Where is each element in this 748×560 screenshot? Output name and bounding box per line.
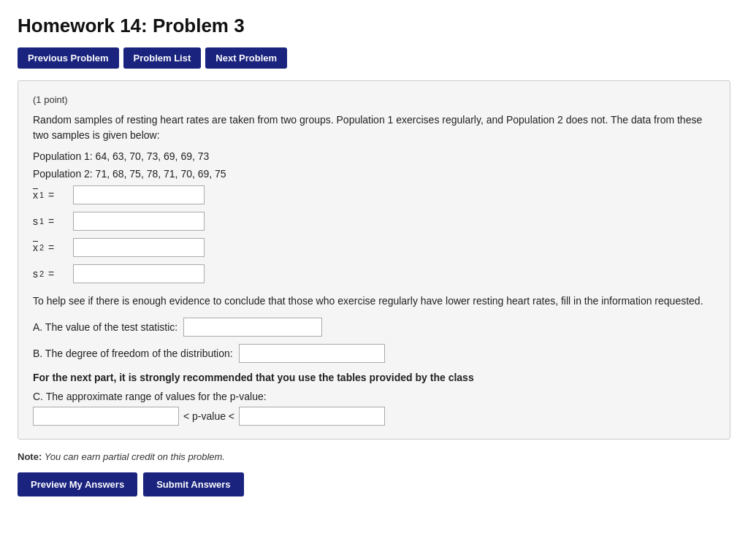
problem-description: Random samples of resting heart rates ar… — [33, 112, 715, 143]
question-a-label: A. The value of the test statistic: — [33, 321, 178, 333]
previous-problem-button[interactable]: Previous Problem — [18, 47, 119, 69]
question-c-label: C. The approximate range of values for t… — [33, 391, 715, 402]
page-title: Homework 14: Problem 3 — [18, 15, 730, 37]
point-label: (1 point) — [33, 94, 715, 105]
population1-data: Population 1: 64, 63, 70, 73, 69, 69, 73 — [33, 150, 715, 162]
x1-input[interactable] — [73, 185, 205, 204]
s2-row: s2 = — [33, 264, 715, 283]
question-c-row: C. The approximate range of values for t… — [33, 391, 715, 426]
note-label: Note: — [18, 451, 42, 462]
evidence-text: To help see if there is enough evidence … — [33, 294, 715, 309]
s1-row: s1 = — [33, 212, 715, 231]
note-row: Note: You can earn partial credit on thi… — [18, 451, 730, 462]
s2-input[interactable] — [73, 264, 205, 283]
x2-label: x2 = — [33, 242, 73, 253]
pvalue-separator: < p-value < — [183, 410, 234, 422]
s1-input[interactable] — [73, 212, 205, 231]
recommendation-text: For the next part, it is strongly recomm… — [33, 372, 715, 383]
preview-answers-button[interactable]: Preview My Answers — [18, 472, 137, 496]
test-statistic-input[interactable] — [183, 318, 322, 337]
pvalue-row: < p-value < — [33, 407, 715, 426]
submit-answers-button[interactable]: Submit Answers — [143, 472, 243, 496]
question-b-label: B. The degree of freedom of the distribu… — [33, 348, 233, 359]
next-problem-button[interactable]: Next Problem — [205, 47, 287, 69]
bottom-buttons: Preview My Answers Submit Answers — [18, 472, 730, 496]
population2-data: Population 2: 71, 68, 75, 78, 71, 70, 69… — [33, 168, 715, 180]
x1-label: x1 = — [33, 189, 73, 201]
pvalue-lower-input[interactable] — [33, 407, 179, 426]
question-b-row: B. The degree of freedom of the distribu… — [33, 344, 715, 363]
s2-label: s2 = — [33, 268, 73, 280]
problem-box: (1 point) Random samples of resting hear… — [18, 80, 730, 440]
degree-of-freedom-input[interactable] — [239, 344, 385, 363]
note-text: You can earn partial credit on this prob… — [45, 451, 225, 462]
question-a-row: A. The value of the test statistic: — [33, 318, 715, 337]
s1-label: s1 = — [33, 215, 73, 227]
nav-buttons: Previous Problem Problem List Next Probl… — [18, 47, 730, 69]
problem-list-button[interactable]: Problem List — [123, 47, 202, 69]
pvalue-upper-input[interactable] — [239, 407, 385, 426]
x2-input[interactable] — [73, 238, 205, 257]
x2-row: x2 = — [33, 238, 715, 257]
x1-row: x1 = — [33, 185, 715, 204]
